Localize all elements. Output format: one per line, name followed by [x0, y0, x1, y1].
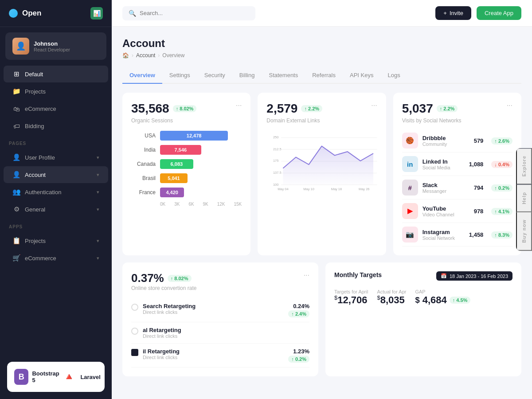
- search-input[interactable]: [140, 10, 249, 16]
- user-role: React Developer: [34, 47, 70, 52]
- sidebar-label-bidding: Bidding: [25, 123, 44, 129]
- bar-label: Brasil: [131, 175, 156, 181]
- social-row: 📷 Instagram Social Network 1,458 ↑ 8.3%: [402, 223, 512, 246]
- sidebar: Open 📊 👤 Johnson React Developer ⊞ Defau…: [0, 0, 112, 399]
- ret-sub-3: Direct link clicks: [143, 355, 180, 360]
- main-content: 🔍 + Invite Create App Account 🏠 › Accoun…: [112, 0, 532, 399]
- side-actions: Explore Help Buy now: [516, 148, 532, 251]
- create-app-button[interactable]: Create App: [477, 6, 521, 20]
- bar-fill: 4,420: [160, 188, 184, 197]
- social-type: Social Media: [422, 165, 450, 170]
- topbar: 🔍 + Invite Create App: [112, 0, 532, 27]
- bar-label: France: [131, 189, 156, 196]
- sidebar-label-account: Account: [25, 172, 46, 178]
- sidebar-item-authentication[interactable]: 👥 Authentication ▾: [4, 184, 108, 200]
- tab-settings[interactable]: Settings: [162, 67, 197, 84]
- social-icon-instagram: 📷: [402, 227, 418, 243]
- tab-billing[interactable]: Billing: [232, 67, 262, 84]
- bar-track: 12,478: [160, 131, 242, 141]
- apps-section-label: APPS: [0, 218, 112, 232]
- card-menu-icon-2[interactable]: ···: [371, 102, 377, 110]
- social-type: Messanger: [422, 188, 446, 194]
- sidebar-label-authentication: Authentication: [25, 189, 61, 196]
- bar-fill: 5,041: [160, 173, 188, 183]
- svg-text:175: 175: [273, 159, 278, 163]
- social-icon-dribbble: 🏀: [402, 133, 418, 149]
- bar-track: 4,420: [160, 188, 242, 197]
- gap-item: GAP $4,684 ↑ 4.5%: [415, 289, 470, 306]
- bar-row: India 7,546: [131, 145, 242, 155]
- metric-cards-row: 35,568 ↑ 8.02% Organic Sessions ··· USA …: [122, 93, 521, 255]
- promo-area: B Bootstrap 5 🔺 Laravel: [0, 353, 112, 399]
- chevron-down-icon-3: ▾: [97, 189, 99, 195]
- invite-button[interactable]: + Invite: [435, 6, 471, 20]
- bar-track: 7,546: [160, 145, 242, 155]
- metric-organic-badge: ↑ 8.02%: [173, 105, 197, 112]
- tab-api-keys[interactable]: API Keys: [343, 67, 380, 84]
- bar-fill: 6,083: [160, 159, 193, 169]
- logo-icon[interactable]: 📊: [90, 7, 103, 20]
- page-title: Account: [122, 37, 521, 50]
- explore-button[interactable]: Explore: [516, 148, 532, 184]
- ret-square-3: [131, 349, 138, 356]
- tab-logs[interactable]: Logs: [380, 67, 407, 84]
- sidebar-item-account[interactable]: 👤 Account ▾: [4, 166, 108, 183]
- sidebar-item-general[interactable]: ⚙ General ▾: [4, 201, 108, 218]
- search-box[interactable]: 🔍: [122, 6, 255, 20]
- social-value: 579: [474, 137, 484, 144]
- tab-overview[interactable]: Overview: [122, 67, 162, 84]
- date-range-badge: 📅 18 Jan 2023 - 16 Feb 2023: [436, 271, 512, 281]
- ret-sub-1: Direct link clicks: [143, 309, 196, 315]
- user-info: Johnson React Developer: [34, 40, 70, 52]
- search-icon: 🔍: [129, 10, 136, 17]
- topbar-right: + Invite Create App: [435, 6, 521, 20]
- sidebar-item-user-profile[interactable]: 👤 User Profile ▾: [4, 149, 108, 166]
- conversion-label: Online store convertion rate: [131, 285, 196, 291]
- logo-dot: [9, 9, 18, 18]
- tag-icon: 🏷: [12, 122, 20, 130]
- bar-label: USA: [131, 133, 156, 139]
- social-list: 🏀 Dribbble Community 579 ↑ 2.6% in Linke…: [402, 129, 512, 246]
- metric-domain-badge: ↑ 2.2%: [301, 105, 322, 112]
- gap-label: GAP: [415, 289, 470, 294]
- social-value: 1,458: [469, 231, 484, 238]
- bar-track: 6,083: [160, 159, 242, 169]
- targets-april-val: $12,706: [334, 294, 368, 306]
- sidebar-item-app-ecommerce[interactable]: 🛒 eCommerce ▾: [4, 250, 108, 266]
- breadcrumb-overview: Overview: [162, 52, 184, 59]
- bar-track: 5,041: [160, 173, 242, 183]
- pages-nav: 👤 User Profile ▾ 👤 Account ▾ 👥 Authentic…: [0, 149, 112, 218]
- metric-organic-label: Organic Sessions: [131, 117, 196, 124]
- actual-for-april: Actual for Apr $8,035: [377, 289, 406, 306]
- laravel-icon: 🔺: [61, 369, 77, 385]
- card-menu-icon-4[interactable]: ···: [304, 271, 309, 279]
- card-menu-icon-3[interactable]: ···: [507, 102, 512, 110]
- social-type: Social Network: [422, 235, 455, 241]
- tab-security[interactable]: Security: [197, 67, 232, 84]
- svg-text:100: 100: [273, 183, 278, 187]
- help-button[interactable]: Help: [516, 184, 532, 212]
- social-name: Instagram: [422, 229, 455, 235]
- folder-icon: 📁: [12, 87, 20, 95]
- sidebar-label-default: Default: [25, 71, 43, 78]
- buy-now-button[interactable]: Buy now: [516, 212, 532, 251]
- tab-referrals[interactable]: Referrals: [305, 67, 343, 84]
- targets-april-label: Targets for April: [334, 289, 368, 294]
- conversion-value: 0.37% ↑ 8.02%: [131, 271, 196, 285]
- laravel-promo: 🔺 Laravel: [61, 369, 101, 385]
- tab-statements[interactable]: Statements: [262, 67, 305, 84]
- sidebar-item-default[interactable]: ⊞ Default: [4, 66, 108, 82]
- bar-axis: 0K3K6K9K12K15K: [131, 202, 242, 207]
- sidebar-item-bidding[interactable]: 🏷 Bidding: [4, 117, 108, 134]
- user-card[interactable]: 👤 Johnson React Developer: [5, 32, 106, 60]
- sidebar-item-ecommerce[interactable]: 🛍 eCommerce: [4, 100, 108, 117]
- sidebar-item-app-projects[interactable]: 📋 Projects ▾: [4, 232, 108, 249]
- bootstrap-label: Bootstrap 5: [32, 370, 61, 383]
- sidebar-item-projects[interactable]: 📁 Projects: [4, 83, 108, 100]
- svg-text:250: 250: [273, 135, 278, 139]
- bar-chart: USA 12,478 India 7,546 Canada 6,083 Bras…: [131, 131, 242, 207]
- avatar: 👤: [12, 38, 29, 55]
- bar-fill: 7,546: [160, 145, 201, 155]
- user-icon: 👤: [12, 153, 20, 161]
- card-menu-icon[interactable]: ···: [236, 102, 242, 110]
